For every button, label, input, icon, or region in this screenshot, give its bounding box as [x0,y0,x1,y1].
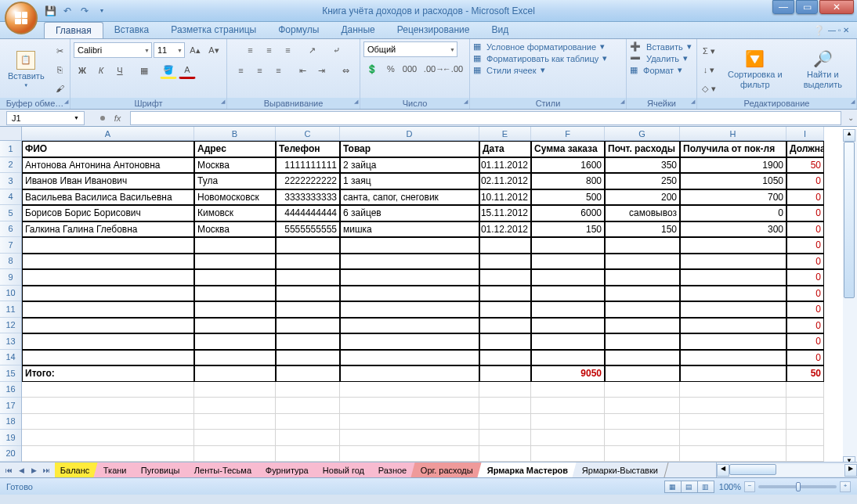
cell[interactable]: 1600 [531,157,605,174]
tab-page-layout[interactable]: Разметка страницы [160,22,267,38]
zoom-out-icon[interactable]: − [744,481,755,492]
row-header-15[interactable]: 15 [0,365,21,382]
wrap-text-icon[interactable]: ⤶ [328,41,345,59]
cell[interactable] [605,365,680,382]
cell[interactable] [479,430,531,446]
cell[interactable]: 0 [786,205,824,221]
cell[interactable] [531,237,605,254]
tab-insert[interactable]: Вставка [103,22,161,38]
cell[interactable] [194,318,276,334]
cell[interactable]: 1050 [680,173,786,189]
cell[interactable]: Борисов Борис Борисович [22,205,194,221]
cell[interactable]: Кимовск [194,205,276,221]
name-box[interactable]: J1▼ [6,111,85,125]
cell[interactable] [22,446,194,463]
cell[interactable]: 01.11.2012 [479,157,531,174]
zoom-thumb[interactable] [796,482,801,491]
cell[interactable]: 0 [786,333,824,350]
cell[interactable] [479,382,531,398]
cell[interactable] [786,414,824,430]
cell[interactable] [605,414,680,430]
indent-decrease-icon[interactable]: ⇤ [295,62,312,79]
tab-data[interactable]: Данные [330,22,385,38]
insert-function-icon[interactable] [100,116,105,121]
cell[interactable] [340,237,479,254]
cell[interactable]: Новомосковск [194,189,276,206]
cell[interactable]: 9050 [531,365,605,382]
sort-filter-button[interactable]: 🔽 Сортировка и фильтр [720,48,790,92]
cell[interactable] [276,350,340,366]
font-family-combo[interactable]: Calibri▼ [74,42,152,58]
cell[interactable]: 500 [531,189,605,206]
row-header-6[interactable]: 6 [0,221,21,238]
cell[interactable] [194,414,276,430]
cell[interactable] [194,301,276,318]
col-header-E[interactable]: E [479,127,531,140]
currency-icon[interactable]: 💲 [363,60,381,77]
cell[interactable] [531,269,605,286]
cell[interactable] [194,350,276,366]
increase-decimal-icon[interactable]: .00→ [425,60,443,77]
row-header-3[interactable]: 3 [0,173,21,189]
cell[interactable]: 0 [786,173,824,189]
cell[interactable]: 2 зайца [340,157,479,174]
cell[interactable]: 0 [786,318,824,334]
cell[interactable]: 350 [605,157,680,174]
cell[interactable]: мишка [340,221,479,238]
cell[interactable] [276,430,340,446]
cell[interactable]: Галкина Галина Глебовна [22,221,194,238]
align-top-icon[interactable]: ≡ [242,41,259,59]
cell[interactable]: Почт. расходы [605,141,680,157]
cell[interactable] [479,269,531,286]
cell[interactable] [479,365,531,382]
format-cells-button[interactable]: ▦ Формат ▾ [630,65,693,75]
cell[interactable]: Телефон [276,141,340,157]
insert-cells-button[interactable]: ➕ Вставить ▾ [630,41,693,52]
cell[interactable]: 4444444444 [276,205,340,221]
fill-icon[interactable]: ↓ ▾ [700,61,718,78]
cell[interactable]: 300 [680,221,786,238]
redo-icon[interactable]: ↷ [78,5,91,17]
cell[interactable] [479,318,531,334]
cell[interactable] [340,382,479,398]
cell[interactable] [276,414,340,430]
sheet-tab[interactable]: Ярмарка Мастеров [477,463,578,477]
cell[interactable] [680,254,786,270]
cell[interactable] [340,333,479,350]
cell[interactable] [194,333,276,350]
cell[interactable] [22,237,194,254]
cell[interactable]: 1 заяц [340,173,479,189]
cell[interactable] [22,301,194,318]
conditional-formatting-button[interactable]: ▦ Условное форматирование ▾ [473,41,623,52]
cell[interactable]: 50 [786,365,824,382]
cell[interactable] [531,286,605,302]
align-left-icon[interactable]: ≡ [233,62,250,79]
cell[interactable] [680,430,786,446]
shrink-font-icon[interactable]: A▾ [205,41,222,59]
scroll-left-icon[interactable]: ◀ [717,464,729,477]
copy-icon[interactable]: ⎘ [52,61,69,78]
cell[interactable] [680,398,786,414]
nav-prev-icon[interactable]: ◀ [16,466,27,474]
row-header-12[interactable]: 12 [0,318,21,334]
cell[interactable]: 150 [531,221,605,238]
cell[interactable]: 800 [531,173,605,189]
help-button[interactable]: ❔ — ▫ ✕ [813,22,849,38]
cell[interactable]: 150 [605,221,680,238]
cell[interactable]: Должна [786,141,824,157]
row-header-16[interactable]: 16 [0,382,21,398]
format-as-table-button[interactable]: ▦ Форматировать как таблицу ▾ [473,53,623,63]
col-header-B[interactable]: B [194,127,276,140]
cell[interactable] [479,414,531,430]
sheet-tab[interactable]: Пуговицы [132,463,191,477]
scroll-thumb[interactable] [844,142,855,298]
cell[interactable] [531,398,605,414]
close-button[interactable]: ✕ [819,0,854,14]
cell[interactable]: санта, сапог, снеговик [340,189,479,206]
cell[interactable] [605,430,680,446]
cell[interactable] [22,269,194,286]
cell[interactable] [276,301,340,318]
col-header-H[interactable]: H [680,127,786,140]
col-header-D[interactable]: D [340,127,479,140]
cell[interactable] [531,430,605,446]
